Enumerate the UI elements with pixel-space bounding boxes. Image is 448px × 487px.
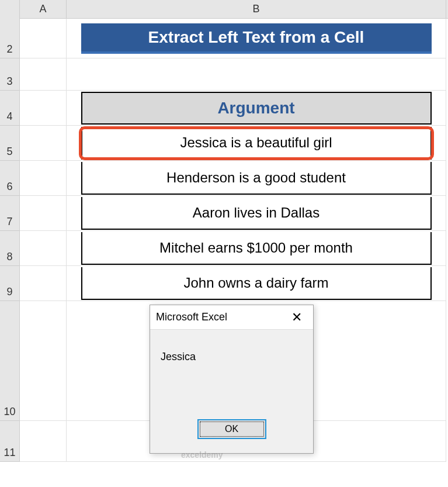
table-row: Mitchel earns $1000 per month: [81, 232, 432, 265]
row-6: 6 Henderson is a good student: [0, 161, 448, 196]
row-2: 2 Extract Left Text from a Cell: [0, 19, 448, 58]
cell-a5[interactable]: [20, 126, 67, 161]
row-header-2[interactable]: 2: [0, 19, 20, 58]
cell-b7[interactable]: Aaron lives in Dallas: [67, 196, 446, 231]
cell-a11[interactable]: [20, 421, 67, 462]
cell-b2[interactable]: Extract Left Text from a Cell: [67, 19, 446, 58]
row-header-11[interactable]: 11: [0, 421, 20, 462]
cell-a2[interactable]: [20, 19, 67, 58]
column-header-b[interactable]: B: [67, 0, 446, 18]
column-header-a[interactable]: A: [20, 0, 67, 18]
close-icon[interactable]: ✕: [286, 309, 307, 326]
row-header-9[interactable]: 9: [0, 266, 20, 301]
cell-a6[interactable]: [20, 161, 67, 196]
message-box: Microsoft Excel ✕ Jessica OK: [150, 305, 314, 454]
cell-b6[interactable]: Henderson is a good student: [67, 161, 446, 196]
table-row: John owns a dairy farm: [81, 267, 432, 300]
message-box-body: Jessica: [150, 330, 313, 412]
row-header-8[interactable]: 8: [0, 231, 20, 266]
row-4: 4 Argument: [0, 91, 448, 126]
cell-b4[interactable]: Argument: [67, 91, 446, 126]
row-7: 7 Aaron lives in Dallas: [0, 196, 448, 231]
page-title: Extract Left Text from a Cell: [81, 23, 432, 54]
cell-a4[interactable]: [20, 91, 67, 126]
row-8: 8 Mitchel earns $1000 per month: [0, 231, 448, 266]
row-header-7[interactable]: 7: [0, 196, 20, 231]
row-header-4[interactable]: 4: [0, 91, 20, 126]
row-5: 5 Jessica is a beautiful girl: [0, 126, 448, 161]
ok-button[interactable]: OK: [197, 419, 266, 439]
cell-b3[interactable]: [67, 58, 446, 91]
row-3: 3: [0, 58, 448, 91]
table-row: Jessica is a beautiful girl: [81, 127, 432, 160]
row-header-3[interactable]: 3: [0, 58, 20, 91]
row-header-5[interactable]: 5: [0, 126, 20, 161]
cell-a9[interactable]: [20, 266, 67, 301]
table-header: Argument: [81, 92, 432, 125]
table-row: Aaron lives in Dallas: [81, 197, 432, 230]
cell-a10[interactable]: [20, 301, 67, 421]
table-row: Henderson is a good student: [81, 162, 432, 195]
message-box-titlebar[interactable]: Microsoft Excel ✕: [150, 305, 313, 330]
cell-a3[interactable]: [20, 58, 67, 91]
cell-a8[interactable]: [20, 231, 67, 266]
cell-b8[interactable]: Mitchel earns $1000 per month: [67, 231, 446, 266]
message-box-footer: OK: [150, 412, 313, 447]
select-all-corner[interactable]: [0, 0, 20, 19]
cell-b9[interactable]: John owns a dairy farm: [67, 266, 446, 301]
row-header-6[interactable]: 6: [0, 161, 20, 196]
row-header-10[interactable]: 10: [0, 301, 20, 421]
message-box-title: Microsoft Excel: [156, 311, 227, 323]
cell-b5[interactable]: Jessica is a beautiful girl: [67, 126, 446, 161]
column-headers-row: A B: [0, 0, 448, 19]
watermark: exceldemy: [181, 450, 223, 460]
row-9: 9 John owns a dairy farm: [0, 266, 448, 301]
cell-a7[interactable]: [20, 196, 67, 231]
